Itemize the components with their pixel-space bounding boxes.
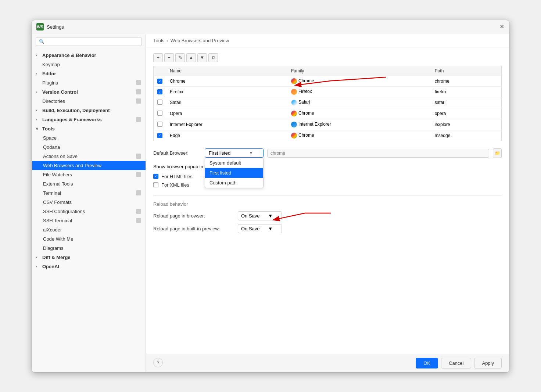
breadcrumb: Tools › Web Browsers and Preview: [146, 34, 509, 47]
sidebar: › Appearance & Behavior Keymap › Editor …: [32, 34, 146, 372]
edit-button[interactable]: ✎: [175, 53, 185, 62]
arrow-icon: ›: [36, 53, 41, 57]
row-checkbox[interactable]: [157, 111, 162, 116]
badge-icon: [136, 117, 141, 122]
folder-button[interactable]: 📁: [493, 148, 502, 158]
sidebar-item-web-browsers[interactable]: Web Browsers and Preview: [32, 161, 146, 170]
row-checkbox[interactable]: ✓: [157, 89, 162, 94]
sidebar-item-external-tools[interactable]: External Tools: [32, 179, 146, 188]
sidebar-item-label: Web Browsers and Preview: [43, 163, 101, 168]
row-checkbox[interactable]: ✓: [157, 133, 162, 138]
sidebar-item-aixcoder[interactable]: aiXcoder: [32, 225, 146, 234]
sidebar-item-label: SSH Terminal: [43, 218, 72, 223]
sidebar-item-tools[interactable]: ∨ Tools: [32, 124, 146, 133]
badge-icon: [136, 80, 141, 85]
breadcrumb-separator: ›: [166, 38, 168, 43]
sidebar-item-ssh-terminal[interactable]: SSH Terminal: [32, 216, 146, 225]
xml-files-label: For XML files: [161, 182, 189, 188]
sidebar-item-label: Code With Me: [43, 236, 73, 242]
sidebar-item-label: Appearance & Behavior: [42, 53, 96, 58]
sidebar-item-languages[interactable]: › Languages & Frameworks: [32, 115, 146, 124]
row-checkbox[interactable]: [157, 100, 162, 105]
sidebar-item-version-control[interactable]: › Version Control: [32, 87, 146, 97]
main-panel: + − ✎ ▲ ▼ ⧉ Name Family Path: [146, 47, 509, 354]
remove-button[interactable]: −: [164, 53, 174, 62]
sidebar-item-keymap[interactable]: Keymap: [32, 60, 146, 69]
close-button[interactable]: ✕: [499, 24, 505, 29]
reload-browser-label: Reload page in browser:: [153, 213, 234, 219]
badge-icon: [136, 154, 141, 159]
row-checkbox[interactable]: [157, 122, 162, 127]
sidebar-item-diff-merge[interactable]: › Diff & Merge: [32, 253, 146, 262]
sidebar-item-diagrams[interactable]: Diagrams: [32, 244, 146, 253]
cancel-button[interactable]: Cancel: [441, 358, 471, 368]
sidebar-item-openai[interactable]: › OpenAI: [32, 262, 146, 271]
chevron-down-icon: ▼: [268, 213, 273, 219]
html-files-checkbox[interactable]: ✓: [153, 174, 158, 179]
reload-preview-dropdown[interactable]: On Save ▼: [238, 224, 282, 233]
browser-path-input[interactable]: [267, 149, 489, 158]
sidebar-item-appearance[interactable]: › Appearance & Behavior: [32, 51, 146, 60]
table-row: Opera Chrome opera: [154, 108, 502, 119]
sidebar-item-label: Diff & Merge: [42, 255, 71, 260]
dropdown-option-first-listed[interactable]: First listed: [205, 168, 263, 178]
default-browser-label: Default Browser:: [153, 150, 201, 156]
sidebar-nav: › Appearance & Behavior Keymap › Editor …: [32, 49, 146, 372]
search-input[interactable]: [36, 37, 142, 46]
sidebar-item-code-with-me[interactable]: Code With Me: [32, 234, 146, 244]
window-title: Settings: [47, 24, 64, 30]
sidebar-item-plugins[interactable]: Plugins: [32, 78, 146, 87]
default-browser-select[interactable]: First listed ▼: [205, 148, 264, 158]
browser-family: Chrome: [287, 76, 431, 86]
dropdown-option-custom-path[interactable]: Custom path: [205, 178, 263, 188]
sidebar-item-label: Actions on Save: [43, 154, 78, 159]
move-down-button[interactable]: ▼: [197, 53, 207, 62]
sidebar-item-label: SSH Configurations: [43, 209, 85, 214]
sidebar-item-editor[interactable]: › Editor: [32, 69, 146, 78]
row-checkbox[interactable]: ✓: [157, 79, 162, 84]
browser-path: firefox: [431, 86, 502, 97]
reload-browser-dropdown[interactable]: On Save ▼: [238, 211, 282, 220]
ok-button[interactable]: OK: [416, 358, 438, 368]
reload-preview-row: Reload page in built-in preview: On Save…: [153, 224, 502, 233]
sidebar-item-directories[interactable]: Directories: [32, 97, 146, 106]
xml-files-checkbox[interactable]: [153, 182, 158, 187]
browser-path: safari: [431, 97, 502, 108]
arrow-icon: ›: [36, 118, 41, 122]
sidebar-item-build[interactable]: › Build, Execution, Deployment: [32, 106, 146, 115]
sidebar-item-label: Space: [43, 135, 57, 141]
breadcrumb-current: Web Browsers and Preview: [171, 38, 229, 43]
reload-browser-row: Reload page in browser: On Save ▼: [153, 211, 502, 220]
table-row: ✓ Chrome Chrome chrome: [154, 76, 502, 86]
sidebar-item-actions-on-save[interactable]: Actions on Save: [32, 152, 146, 161]
sidebar-item-label: Diagrams: [43, 245, 64, 251]
sidebar-item-space[interactable]: Space: [32, 133, 146, 143]
toolbar: + − ✎ ▲ ▼ ⧉: [153, 53, 502, 62]
browser-name: Opera: [166, 108, 287, 119]
sidebar-item-ssh-configurations[interactable]: SSH Configurations: [32, 207, 146, 216]
footer-left: ?: [153, 358, 163, 368]
copy-button[interactable]: ⧉: [208, 53, 218, 62]
help-button[interactable]: ?: [153, 358, 163, 367]
badge-icon: [136, 209, 141, 214]
badge-icon: [136, 190, 141, 195]
add-button[interactable]: +: [153, 53, 163, 62]
sidebar-item-terminal[interactable]: Terminal: [32, 188, 146, 198]
dropdown-option-system-default[interactable]: System default: [205, 158, 263, 168]
safari-icon: [291, 100, 297, 105]
chrome-icon: [291, 133, 297, 139]
browser-path: opera: [431, 108, 502, 119]
sidebar-item-qodana[interactable]: Qodana: [32, 143, 146, 152]
table-row: ✓ Firefox Firefox firefox: [154, 86, 502, 97]
settings-window: WS Settings ✕ › Appearance & Behavior Ke…: [32, 20, 509, 373]
sidebar-item-label: Terminal: [43, 190, 61, 196]
sidebar-item-file-watchers[interactable]: File Watchers: [32, 170, 146, 179]
apply-button[interactable]: Apply: [474, 358, 502, 368]
dropdown-menu: System default First listed Custom path: [205, 158, 264, 188]
sidebar-item-csv-formats[interactable]: CSV Formats: [32, 198, 146, 207]
browser-family: Safari: [287, 97, 431, 108]
move-up-button[interactable]: ▲: [186, 53, 196, 62]
sidebar-item-label: Version Control: [42, 89, 78, 95]
col-checkbox: [154, 66, 166, 76]
badge-icon: [136, 89, 141, 94]
